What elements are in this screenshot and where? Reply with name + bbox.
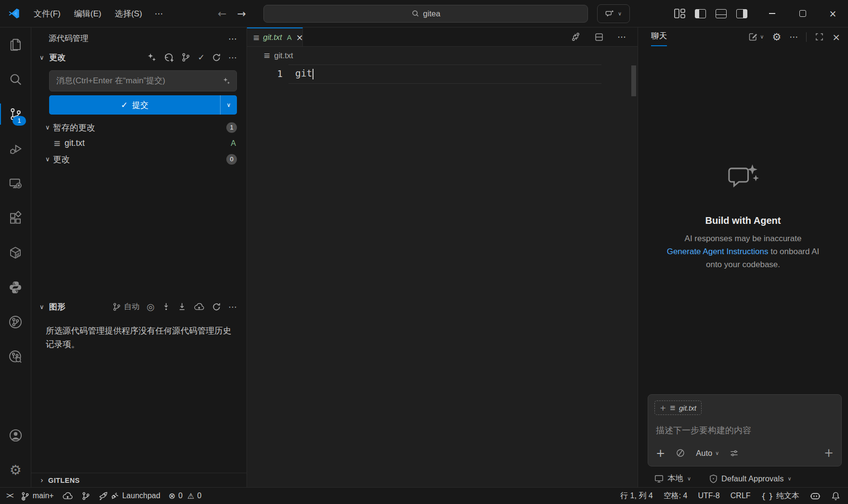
- text-cursor: [313, 69, 313, 79]
- send-button[interactable]: +: [824, 446, 834, 460]
- source-control-icon[interactable]: 1: [0, 97, 31, 131]
- more-actions-icon[interactable]: ⋯: [228, 302, 237, 312]
- notifications-button[interactable]: [831, 491, 840, 501]
- chat-input-placeholder: 描述下一步要构建的内容: [656, 425, 751, 436]
- push-cloud-icon[interactable]: [194, 302, 205, 311]
- undo-commit-icon[interactable]: [164, 52, 174, 63]
- python-icon[interactable]: [0, 270, 31, 305]
- scm-badge: 1: [13, 116, 26, 126]
- commit-button[interactable]: ✓ 提交 ∨: [49, 95, 237, 115]
- code-line-1[interactable]: git: [295, 65, 313, 83]
- close-window-button[interactable]: ×: [818, 0, 848, 27]
- tab-chat[interactable]: 聊天: [651, 27, 667, 46]
- session-target-selector[interactable]: 本地 ∨: [654, 473, 691, 484]
- gitlens-icon[interactable]: [0, 305, 31, 339]
- close-panel-icon[interactable]: ×: [832, 31, 840, 43]
- extensions-icon[interactable]: [0, 201, 31, 235]
- toggle-primary-sidebar-icon[interactable]: [695, 9, 706, 18]
- refresh-icon[interactable]: [212, 53, 221, 62]
- activity-bar: 1: [0, 27, 31, 487]
- forward-icon[interactable]: →: [237, 8, 246, 20]
- commit-graph-button[interactable]: [81, 491, 91, 501]
- attach-plus-icon[interactable]: +: [656, 447, 665, 459]
- changes-section-header[interactable]: ∨ 更改 ✓ ⋯: [31, 50, 247, 65]
- shield-icon: [709, 474, 718, 483]
- changes-tree-row[interactable]: ∨ 更改 0: [31, 151, 247, 167]
- graph-branch-icon[interactable]: [181, 52, 191, 62]
- tab-git-txt[interactable]: ≡ git.txt A ×: [247, 27, 303, 46]
- refresh-icon[interactable]: [212, 302, 221, 311]
- menu-edit[interactable]: 编辑(E): [67, 5, 108, 22]
- menu-selection[interactable]: 选择(S): [108, 5, 149, 22]
- maximize-button[interactable]: [787, 0, 818, 27]
- open-changes-icon[interactable]: [571, 32, 581, 42]
- search-view-icon[interactable]: [0, 62, 31, 97]
- branch-auto-icon[interactable]: 自动: [112, 302, 139, 312]
- sparkle-icon[interactable]: [222, 77, 231, 85]
- copilot-status-button[interactable]: [810, 491, 821, 501]
- remote-explorer-icon[interactable]: [0, 166, 31, 201]
- gitlens-inspect-icon[interactable]: [0, 339, 31, 374]
- eol-sequence[interactable]: CRLF: [731, 491, 751, 500]
- git-branch-icon: [21, 491, 30, 501]
- indentation[interactable]: 空格: 4: [664, 491, 688, 501]
- generate-instructions-link[interactable]: Generate Agent Instructions: [667, 247, 769, 256]
- close-tab-icon[interactable]: ×: [296, 32, 303, 42]
- approvals-selector[interactable]: Default Approvals ∨: [709, 474, 791, 483]
- customize-layout-icon[interactable]: [674, 9, 685, 18]
- gitlens-section-header[interactable]: › GITLENS: [31, 473, 247, 487]
- error-icon: ⊗: [169, 491, 175, 501]
- cursor-position[interactable]: 行 1, 列 4: [620, 491, 653, 501]
- launchpad-button[interactable]: Launchpad: [99, 491, 160, 501]
- split-editor-icon[interactable]: [594, 32, 604, 42]
- minimize-button[interactable]: [757, 0, 787, 27]
- maximize-panel-icon[interactable]: [815, 32, 824, 41]
- breadcrumb[interactable]: ≡ git.txt: [247, 46, 638, 65]
- context-pill[interactable]: + ≡ git.txt: [654, 401, 702, 415]
- problems-indicator[interactable]: ⊗ 0 ⚠ 0: [169, 491, 201, 501]
- target-icon[interactable]: ◎: [146, 301, 155, 312]
- toggle-secondary-sidebar-icon[interactable]: [736, 9, 747, 18]
- commit-message-input[interactable]: [50, 76, 222, 86]
- generate-commit-message-icon[interactable]: [147, 52, 157, 62]
- account-icon[interactable]: [0, 418, 31, 452]
- more-actions-icon[interactable]: ⋯: [617, 32, 626, 42]
- menu-file[interactable]: 文件(F): [27, 5, 67, 22]
- back-icon[interactable]: ←: [218, 8, 226, 20]
- more-actions-icon[interactable]: ⋯: [228, 52, 237, 63]
- commit-dropdown-button[interactable]: ∨: [220, 95, 237, 115]
- staged-file-row[interactable]: ≡ git.txt A: [31, 135, 247, 151]
- chevron-down-icon: ∨: [45, 155, 53, 163]
- mode-selector[interactable]: Auto ∨: [696, 449, 719, 458]
- remote-indicator-icon[interactable]: ><: [6, 491, 13, 500]
- sidebar-more-icon[interactable]: ⋯: [228, 34, 237, 44]
- chat-input-box[interactable]: + ≡ git.txt 描述下一步要构建的内容 + Auto ∨: [648, 394, 842, 466]
- settings-gear-icon[interactable]: ⚙: [0, 452, 31, 487]
- explorer-icon[interactable]: [0, 27, 31, 62]
- run-debug-icon[interactable]: [0, 131, 31, 166]
- branch-indicator[interactable]: main+: [21, 491, 54, 501]
- publish-changes-button[interactable]: [62, 491, 73, 500]
- graph-section-header[interactable]: ∨ 图形 自动 ◎: [31, 299, 247, 314]
- menu-more-button[interactable]: ⋯: [149, 6, 169, 21]
- activity-bar-spacer: [0, 374, 31, 418]
- tools-icon[interactable]: [676, 448, 685, 458]
- toggle-panel-icon[interactable]: [716, 9, 727, 18]
- language-mode[interactable]: { } 纯文本: [761, 491, 799, 501]
- fetch-icon[interactable]: [162, 302, 170, 311]
- model-settings-icon[interactable]: [730, 449, 739, 458]
- encoding[interactable]: UTF-8: [698, 491, 719, 500]
- file-status-added: A: [231, 139, 236, 148]
- container-tools-icon[interactable]: [0, 235, 31, 270]
- pull-icon[interactable]: [178, 302, 186, 311]
- editor-scrollbar[interactable]: [631, 65, 636, 96]
- chevron-down-icon: ∨: [39, 303, 47, 310]
- more-actions-icon[interactable]: ⋯: [789, 32, 798, 42]
- new-chat-icon[interactable]: ∨: [748, 32, 764, 42]
- chat-sparkle-icon: [727, 163, 759, 193]
- copilot-menu-button[interactable]: ∨: [597, 4, 630, 23]
- staged-changes-row[interactable]: ∨ 暂存的更改 1: [31, 119, 247, 135]
- chat-settings-gear-icon[interactable]: ⚙: [772, 31, 781, 43]
- commit-check-icon[interactable]: ✓: [198, 52, 205, 62]
- command-center-search[interactable]: gitea: [263, 5, 588, 23]
